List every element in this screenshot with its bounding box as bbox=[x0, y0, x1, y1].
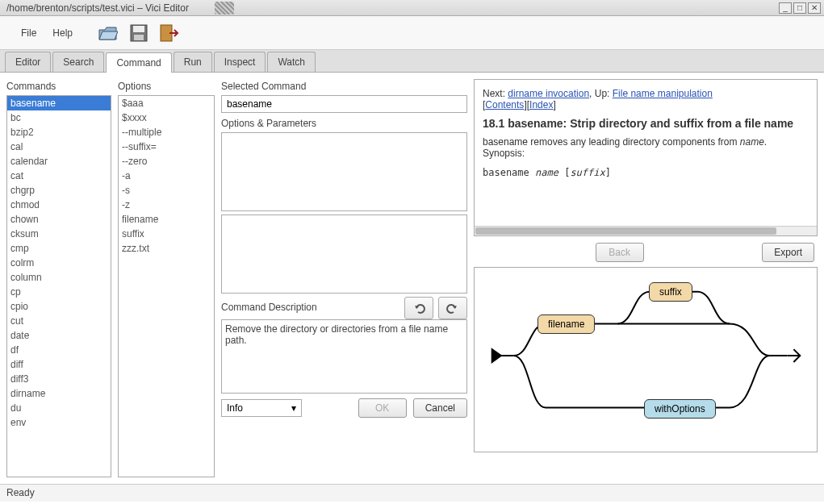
option-item[interactable]: -z bbox=[119, 198, 214, 212]
opsparams-label: Options & Parameters bbox=[221, 116, 467, 131]
options-label: Options bbox=[118, 79, 215, 94]
selected-label: Selected Command bbox=[221, 79, 467, 94]
tab-run[interactable]: Run bbox=[174, 52, 212, 72]
command-item[interactable]: chmod bbox=[7, 198, 111, 212]
command-item[interactable]: calendar bbox=[7, 154, 111, 169]
commands-label: Commands bbox=[6, 79, 111, 94]
command-item[interactable]: env bbox=[7, 415, 111, 430]
ok-button[interactable]: OK bbox=[358, 398, 407, 418]
option-item[interactable]: -s bbox=[119, 183, 214, 198]
status-bar: Ready bbox=[0, 484, 824, 502]
menu-file[interactable]: File bbox=[13, 24, 44, 42]
window-title: /home/brenton/scripts/test.vici – Vici E… bbox=[3, 2, 777, 14]
tab-editor[interactable]: Editor bbox=[5, 52, 51, 72]
save-icon[interactable] bbox=[128, 22, 150, 44]
status-text: Ready bbox=[6, 487, 35, 498]
option-item[interactable]: --suffix= bbox=[119, 140, 214, 154]
command-item[interactable]: cmp bbox=[7, 241, 111, 256]
window-titlebar: /home/brenton/scripts/test.vici – Vici E… bbox=[0, 0, 824, 16]
command-item[interactable]: dirname bbox=[7, 386, 111, 401]
option-item[interactable]: filename bbox=[119, 212, 214, 227]
doc-nav2: [Contents][Index] bbox=[483, 99, 809, 110]
redo-icon[interactable] bbox=[438, 297, 467, 319]
chevron-down-icon: ▾ bbox=[291, 402, 296, 414]
option-item[interactable]: $aaa bbox=[119, 96, 214, 110]
option-item[interactable]: --zero bbox=[119, 154, 214, 169]
command-item[interactable]: df bbox=[7, 343, 111, 357]
info-select[interactable]: Info▾ bbox=[221, 399, 302, 417]
doc-nav: Next: dirname invocation, Up: File name … bbox=[483, 88, 809, 99]
command-item[interactable]: column bbox=[7, 270, 111, 285]
link-dirname[interactable]: dirname invocation bbox=[508, 88, 589, 99]
doc-nav-next: Next: bbox=[483, 88, 508, 99]
cancel-button[interactable]: Cancel bbox=[413, 398, 467, 418]
node-suffix: suffix bbox=[649, 282, 692, 302]
node-withoptions: withOptions bbox=[644, 399, 716, 419]
command-item[interactable]: diff bbox=[7, 357, 111, 372]
close-icon[interactable]: ✕ bbox=[808, 2, 821, 14]
back-button[interactable]: Back bbox=[596, 243, 644, 262]
command-item[interactable]: cat bbox=[7, 169, 111, 183]
command-item[interactable]: chown bbox=[7, 212, 111, 227]
params-area2[interactable] bbox=[221, 215, 467, 294]
tab-search[interactable]: Search bbox=[52, 52, 104, 72]
doc-viewer[interactable]: Next: dirname invocation, Up: File name … bbox=[474, 79, 818, 236]
command-item[interactable]: basename bbox=[7, 96, 111, 110]
undo-icon[interactable] bbox=[404, 297, 433, 319]
link-contents[interactable]: Contents bbox=[485, 99, 524, 110]
link-index[interactable]: Index bbox=[529, 99, 553, 110]
command-item[interactable]: date bbox=[7, 328, 111, 343]
command-item[interactable]: cal bbox=[7, 140, 111, 154]
menu-help[interactable]: Help bbox=[44, 24, 81, 42]
command-item[interactable]: cut bbox=[7, 314, 111, 328]
svg-rect-1 bbox=[133, 26, 144, 32]
doc-nav-up: , Up: bbox=[589, 88, 613, 99]
tab-bar: Editor Search Command Run Inspect Watch bbox=[0, 50, 824, 73]
svg-rect-2 bbox=[134, 35, 144, 40]
command-item[interactable]: cpio bbox=[7, 299, 111, 314]
open-icon[interactable] bbox=[97, 22, 119, 44]
command-item[interactable]: colrm bbox=[7, 256, 111, 270]
command-item[interactable]: diff3 bbox=[7, 372, 111, 386]
command-item[interactable]: chgrp bbox=[7, 183, 111, 198]
tab-inspect[interactable]: Inspect bbox=[214, 52, 266, 72]
option-item[interactable]: -a bbox=[119, 169, 214, 183]
doc-body: basename removes any leading directory c… bbox=[483, 136, 809, 159]
doc-heading: 18.1 basename: Strip directory and suffi… bbox=[483, 117, 809, 130]
command-item[interactable]: bc bbox=[7, 110, 111, 125]
doc-synopsis: basename name [suffix] bbox=[483, 167, 809, 178]
maximize-icon[interactable]: □ bbox=[793, 2, 806, 14]
command-item[interactable]: cp bbox=[7, 285, 111, 299]
export-button[interactable]: Export bbox=[762, 243, 814, 262]
command-item[interactable]: cksum bbox=[7, 227, 111, 241]
link-manip[interactable]: File name manipulation bbox=[613, 88, 713, 99]
selected-command-input[interactable] bbox=[221, 95, 467, 113]
option-item[interactable]: zzz.txt bbox=[119, 241, 214, 256]
doc-hscroll[interactable] bbox=[475, 226, 817, 235]
info-select-value: Info bbox=[227, 402, 243, 414]
node-filename: filename bbox=[537, 314, 595, 334]
tab-watch[interactable]: Watch bbox=[267, 52, 316, 72]
commands-list[interactable]: basenamebcbzip2calcalendarcatchgrpchmodc… bbox=[6, 95, 111, 477]
ops-params-area[interactable] bbox=[221, 132, 467, 211]
cmddesc-label: Command Description bbox=[221, 300, 317, 314]
minimize-icon[interactable]: _ bbox=[779, 2, 792, 14]
option-item[interactable]: $xxxx bbox=[119, 110, 214, 125]
command-item[interactable]: bzip2 bbox=[7, 125, 111, 140]
option-item[interactable]: --multiple bbox=[119, 125, 214, 140]
tab-command[interactable]: Command bbox=[106, 52, 171, 73]
options-list[interactable]: $aaa$xxxx--multiple--suffix=--zero-a-s-z… bbox=[118, 95, 215, 477]
syntax-diagram: filename suffix withOptions bbox=[474, 267, 818, 452]
command-item[interactable]: du bbox=[7, 401, 111, 415]
menu-bar: File Help bbox=[0, 16, 824, 50]
option-item[interactable]: suffix bbox=[119, 227, 214, 241]
exit-icon[interactable] bbox=[158, 22, 181, 44]
cmd-description[interactable]: Remove the directory or directories from… bbox=[221, 319, 467, 394]
